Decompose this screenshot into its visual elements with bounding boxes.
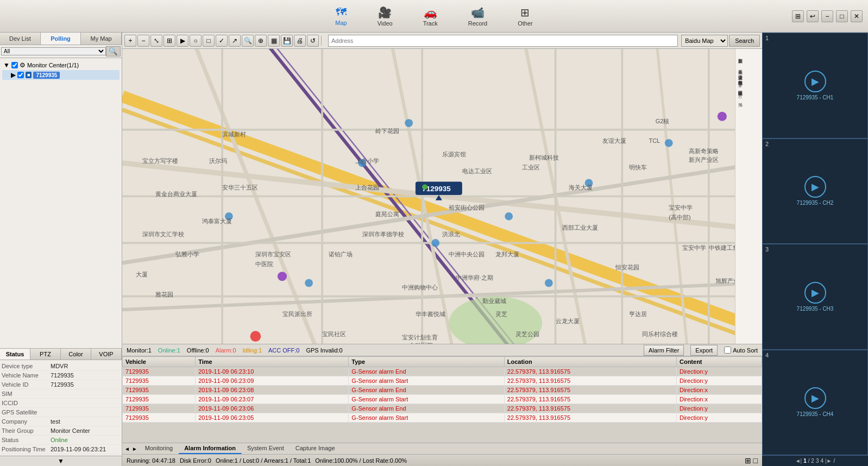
bottom-bar-icons: ⊞ □ (745, 456, 758, 465)
status-tab-ptz[interactable]: PTZ (30, 349, 61, 360)
alarm-filter-btn[interactable]: Alarm Filter (644, 345, 684, 356)
vid-next-btn[interactable]: |► (825, 458, 832, 464)
svg-text:新柯城科技: 新柯城科技 (529, 154, 559, 161)
nav-video-btn[interactable]: 🎥 Video (373, 4, 397, 29)
print-btn[interactable]: 🖨 (294, 35, 306, 47)
expand-spacer: ▶ (11, 71, 16, 79)
svg-text:中医院: 中医院 (255, 261, 273, 267)
nav-map-btn[interactable]: 🗺 Map (331, 4, 351, 28)
nav-track-btn[interactable]: 🚗 Track (419, 4, 442, 29)
play-btn-ch4[interactable]: ▶ (804, 387, 826, 409)
rect-btn[interactable]: □ (203, 35, 215, 47)
online-info: Online:1 / Lost:0 / Arrears:1 / Total:1 (216, 457, 311, 464)
tab-monitoring[interactable]: Monitoring (140, 443, 179, 454)
arrow-btn[interactable]: ↗ (229, 35, 241, 47)
svg-point-37 (278, 272, 287, 281)
device-search-btn[interactable]: 🔍 (106, 46, 121, 56)
layers-btn[interactable]: ▦ (268, 35, 280, 47)
table-row[interactable]: 71299352019-11-09 06:23:08G-Sensor alarm… (123, 386, 762, 395)
vid-page-4[interactable]: 4 (820, 458, 823, 464)
grid-tool-btn[interactable]: ⊞ (163, 35, 175, 47)
zoom-out-btn[interactable]: − (137, 35, 149, 47)
map-provider-select[interactable]: Baidu Map Google Map (681, 35, 728, 47)
expand-icon[interactable]: ▼ (3, 61, 10, 69)
svg-text:裕安街心公园: 裕安街心公园 (449, 204, 485, 211)
svg-point-32 (250, 331, 261, 342)
play-btn[interactable]: ▶ (177, 35, 188, 47)
tab-capture-image[interactable]: Capture Image (290, 443, 341, 454)
fullscreen-btn[interactable]: ⤡ (150, 35, 162, 47)
tab-my-map[interactable]: My Map (81, 33, 122, 45)
play-btn-ch1[interactable]: ▶ (804, 71, 826, 92)
bottom-tab-prev[interactable]: ◄ (124, 443, 130, 454)
device-checkbox[interactable] (17, 72, 24, 78)
bottom-tab-next[interactable]: ► (132, 443, 137, 454)
device-node[interactable]: ▶ ■ 7129935 (2, 70, 119, 80)
root-checkbox[interactable] (11, 62, 18, 68)
map-container[interactable]: 7129935 宝立方写字楼 黄金台商业大厦 鸿泰富大厦 深圳市文汇学校 弘雅小… (122, 49, 762, 344)
svg-text:勤业葳城: 勤业葳城 (482, 298, 506, 304)
vid-prev-btn[interactable]: ◄| (795, 458, 802, 464)
svg-text:上合小学: 上合小学 (355, 158, 379, 164)
auto-sort-checkbox[interactable] (724, 347, 731, 354)
vid-page-3[interactable]: 3 (816, 458, 819, 464)
export-btn[interactable]: Export (690, 345, 718, 356)
video-number: 1 (765, 35, 769, 41)
map-search-btn[interactable]: Search (729, 35, 760, 47)
play-btn-ch2[interactable]: ▶ (804, 176, 826, 198)
play-btn-ch3[interactable]: ▶ (804, 282, 826, 304)
address-input[interactable] (328, 35, 678, 47)
svg-text:安华三十五区: 安华三十五区 (222, 184, 258, 191)
minimize-btn[interactable]: − (821, 10, 833, 22)
bb-icon-2[interactable]: □ (753, 456, 758, 465)
svg-text:滨城新村: 滨城新村 (222, 131, 246, 137)
table-row[interactable]: 71299352019-11-09 06:23:09G-Sensor alarm… (123, 376, 762, 386)
tab-polling[interactable]: Polling (41, 33, 81, 45)
vid-page-2[interactable]: / 2 (808, 458, 814, 464)
alarm-table-container[interactable]: Vehicle Time Type Location Content 71299… (122, 356, 762, 443)
video-cell-ch4[interactable]: 4 ▶ 7129935 - CH4 (762, 350, 868, 456)
vid-page-1[interactable]: 1 (803, 458, 807, 464)
nav-record-btn[interactable]: 📹 Record (464, 4, 492, 29)
map-svg: 7129935 宝立方写字楼 黄金台商业大厦 鸿泰富大厦 深圳市文汇学校 弘雅小… (122, 49, 762, 344)
tab-dev-list[interactable]: Dev List (0, 33, 41, 45)
main-layout: Dev List Polling My Map All 🔍 ▼ ⚙ Monito… (0, 33, 868, 466)
video-cell-ch3[interactable]: 3 ▶ 7129935 - CH3 (762, 244, 868, 350)
bb-icon-1[interactable]: ⊞ (745, 456, 751, 465)
table-row[interactable]: 71299352019-11-09 06:23:06G-Sensor alarm… (123, 404, 762, 413)
status-tab-status[interactable]: Status (0, 349, 30, 360)
video-cell-ch1[interactable]: 1 ▶ 7129935 - CH1 (762, 33, 868, 138)
search-tool-btn[interactable]: 🔍 (242, 35, 254, 47)
device-filter-select[interactable]: All (1, 47, 106, 55)
table-row[interactable]: 71299352019-11-09 06:23:07G-Sensor alarm… (123, 395, 762, 404)
check-btn[interactable]: ✓ (216, 35, 228, 47)
circle-btn[interactable]: ○ (190, 35, 202, 47)
svg-text:高新奇策略: 高新奇策略 (689, 148, 719, 154)
table-row[interactable]: 71299352019-11-09 06:23:05G-Sensor alarm… (123, 413, 762, 423)
right-panel: 1 ▶ 7129935 - CH1 2 ▶ 7129935 - CH2 3 ▶ … (762, 33, 868, 466)
status-tab-color[interactable]: Color (61, 349, 91, 360)
restore-btn[interactable]: □ (836, 10, 848, 22)
tab-alarm-information[interactable]: Alarm Information (179, 443, 242, 454)
zoom-in-btn[interactable]: + (124, 35, 136, 47)
grid-btn[interactable]: ⊞ (792, 10, 804, 22)
svg-text:同乐村综合楼: 同乐村综合楼 (642, 331, 678, 337)
video-cell-ch2[interactable]: 2 ▶ 7129935 - CH2 (762, 138, 868, 244)
tab-system-event[interactable]: System Event (242, 443, 290, 454)
zoom-area-btn[interactable]: ⊕ (255, 35, 267, 47)
status-scroll-down[interactable]: ▼ (0, 456, 122, 466)
back-btn[interactable]: ↩ (807, 10, 819, 22)
export-tool-btn[interactable]: 💾 (281, 35, 293, 47)
status-tab-voip[interactable]: VOIP (91, 349, 122, 360)
svg-text:乐源宾馆: 乐源宾馆 (442, 151, 466, 158)
status-row: Their GroupMonitor Center (2, 426, 120, 436)
offline-count: Offline:0 (187, 347, 209, 354)
svg-text:中洲购物中心: 中洲购物中心 (402, 284, 438, 291)
svg-text:岭下花园: 岭下花园 (375, 128, 399, 134)
nav-other-btn[interactable]: ⊞ Other (513, 4, 537, 29)
refresh-btn[interactable]: ↺ (307, 35, 319, 47)
svg-text:宝安中学: 宝安中学 (682, 244, 706, 251)
table-row[interactable]: 71299352019-11-09 06:23:10G-Sensor alarm… (123, 367, 762, 376)
status-row: ICCID (2, 399, 120, 408)
close-btn[interactable]: ✕ (851, 10, 863, 22)
